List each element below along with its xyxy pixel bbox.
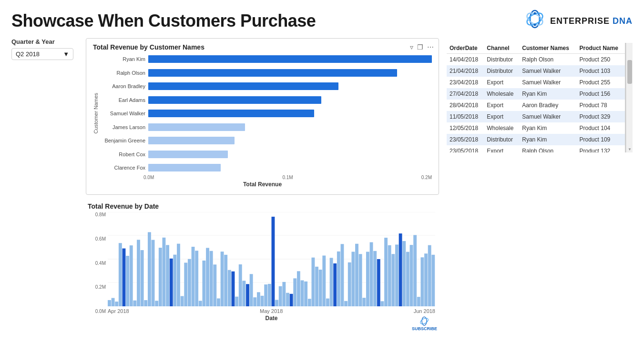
ts-bar	[355, 244, 358, 306]
ts-bar	[370, 242, 373, 306]
ts-bar	[279, 286, 282, 306]
subscribe-button[interactable]: SUBSCRIBE	[412, 316, 437, 331]
filter-icon[interactable]: ▿	[410, 43, 413, 51]
table-cell: 21/04/2018	[447, 65, 484, 77]
table-row: 27/04/2018WholesaleRyan KimProduct 156	[447, 88, 625, 100]
svg-point-4	[533, 24, 536, 26]
bar-fill	[148, 137, 235, 144]
ts-bar	[184, 262, 187, 306]
ts-bar	[428, 245, 431, 306]
bar-track	[148, 96, 432, 104]
data-table: OrderDateChannelCustomer NamesProduct Na…	[447, 43, 625, 152]
bar-track	[148, 69, 432, 77]
ts-bar	[246, 284, 249, 306]
ts-bar	[311, 258, 315, 306]
table-cell: 23/04/2018	[447, 77, 484, 88]
ts-bar	[344, 301, 348, 306]
ts-bar	[359, 254, 362, 306]
dropdown-value: Q2 2018	[16, 50, 40, 58]
more-icon[interactable]: ⋯	[427, 43, 434, 51]
svg-point-3	[533, 12, 536, 15]
ts-bar	[297, 271, 300, 306]
ts-bar	[337, 252, 340, 306]
ts-bar	[235, 297, 238, 306]
table-row: 12/05/2018WholesaleRyan KimProduct 104	[447, 122, 625, 134]
table-cell: 23/05/2018	[447, 145, 484, 152]
table-row: 23/05/2018DistributorRyan KimProduct 109	[447, 134, 625, 145]
expand-icon[interactable]: ❐	[417, 43, 423, 51]
ts-bar	[384, 238, 388, 306]
ts-bar	[290, 294, 293, 306]
ts-bar	[362, 298, 366, 306]
svg-point-6	[539, 18, 541, 20]
table-cell: Export	[484, 77, 519, 88]
bar-label: James Larson	[101, 124, 148, 130]
center-panel: Total Revenue by Customer Names ▿ ❐ ⋯ Cu…	[86, 38, 439, 323]
ts-main: Apr 2018 May 2018 Jun 2018 Date	[108, 212, 435, 322]
ts-bar	[202, 261, 205, 306]
timeseries-container: Total Revenue by Date 0.8M 0.6M 0.4M 0.2…	[86, 199, 439, 323]
ts-bar	[275, 300, 278, 306]
ts-bar	[239, 264, 242, 306]
table-cell: Ryan Kim	[519, 122, 576, 134]
table-cell: Product 103	[577, 65, 625, 77]
bar-row: Ralph Olson	[101, 68, 432, 78]
ts-bar	[224, 255, 227, 306]
scroll-down-arrow[interactable]: ▼	[627, 147, 632, 152]
bar-row: Benjamin Greene	[101, 135, 432, 146]
timeseries-title: Total Revenue by Date	[88, 202, 437, 210]
ts-bar	[126, 256, 129, 306]
bar-label: Earl Adams	[101, 97, 148, 103]
right-panel: OrderDateChannelCustomer NamesProduct Na…	[447, 38, 633, 323]
ts-bar	[286, 293, 289, 306]
bar-fill	[148, 96, 321, 104]
ts-bar	[141, 250, 144, 306]
table-row: 11/05/2018ExportSamuel WalkerProduct 329	[447, 111, 625, 122]
scrollbar[interactable]: ▼	[626, 43, 633, 152]
ts-svg-area	[108, 212, 435, 306]
table-cell: Distributor	[484, 65, 519, 77]
quarter-year-dropdown[interactable]: Q2 2018 ▼	[11, 48, 73, 60]
bar-track	[148, 164, 432, 171]
bar-fill	[148, 123, 245, 131]
bar-fill	[148, 82, 338, 90]
ts-bar	[195, 251, 198, 306]
bar-label: Benjamin Greene	[101, 138, 148, 143]
table-scroll[interactable]: OrderDateChannelCustomer NamesProduct Na…	[447, 43, 626, 152]
ts-x-title: Date	[108, 315, 435, 322]
table-header: Channel	[484, 43, 519, 54]
ts-bar	[253, 297, 256, 306]
table-cell: Samuel Walker	[519, 65, 576, 77]
bar-track	[148, 123, 432, 131]
table-row: 21/04/2018DistributorSamuel WalkerProduc…	[447, 65, 625, 77]
ts-bar	[232, 272, 235, 306]
ts-bar	[406, 252, 409, 306]
ts-bar	[417, 297, 420, 306]
bar-label: Robert Cox	[101, 151, 148, 157]
ts-bar	[268, 284, 271, 306]
table-header: Customer Names	[519, 43, 576, 54]
ts-bar	[192, 247, 195, 306]
ts-bar	[206, 248, 209, 306]
table-cell: 28/04/2018	[447, 100, 484, 111]
ts-bar	[377, 259, 380, 306]
bar-x-axis-title: Total Revenue	[93, 181, 432, 188]
ts-bar	[166, 245, 169, 306]
ts-bar	[170, 259, 173, 306]
ts-bar	[304, 282, 307, 306]
logo-area: ENTERPRISE DNA	[524, 9, 633, 33]
ts-bar	[137, 240, 140, 306]
svg-point-5	[529, 18, 531, 20]
bar-track	[148, 151, 432, 158]
bar-row: Samuel Walker	[101, 108, 432, 119]
filter-section: Quarter & Year Q2 2018 ▼	[11, 38, 78, 323]
bar-label: Samuel Walker	[101, 111, 148, 116]
logo-text: ENTERPRISE DNA	[550, 16, 633, 26]
ts-bar	[431, 255, 435, 306]
ts-bar	[366, 252, 369, 306]
bar-label: Ralph Olson	[101, 70, 148, 76]
table-cell: Ralph Olson	[519, 54, 576, 66]
bar-row: James Larson	[101, 122, 432, 132]
ts-bar	[123, 248, 126, 306]
bar-label: Clarence Fox	[101, 165, 148, 171]
